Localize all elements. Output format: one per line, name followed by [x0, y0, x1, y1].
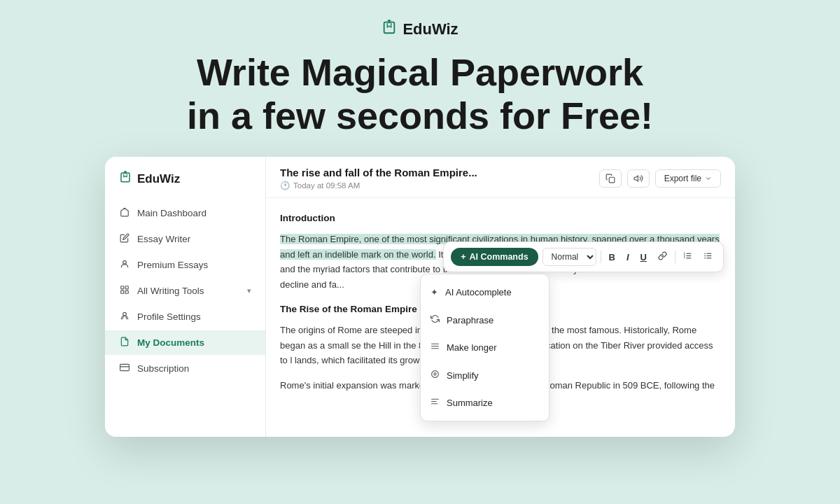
ai-make-longer-item[interactable]: Make longer: [421, 334, 549, 361]
sidebar-item-label: Profile Settings: [137, 312, 201, 322]
doc-actions: Export file: [599, 169, 721, 188]
svg-rect-1: [121, 286, 124, 289]
header-logo-text: EduWiz: [402, 20, 458, 38]
toolbar-divider-2: [675, 251, 676, 263]
doc-meta: 🕐 Today at 09:58 AM: [280, 181, 477, 190]
doc-title-area: The rise and fall of the Roman Empire...…: [280, 167, 477, 190]
header-book-icon: [382, 20, 397, 39]
svg-text:3: 3: [684, 256, 685, 259]
svg-rect-3: [121, 290, 124, 293]
chevron-down-icon: ▾: [247, 286, 251, 295]
svg-point-20: [704, 255, 706, 257]
sidebar-item-label: Subscription: [137, 363, 189, 374]
export-button[interactable]: Export file: [655, 169, 721, 188]
credit-card-icon: [119, 363, 130, 374]
doc-timestamp: Today at 09:58 AM: [293, 181, 360, 190]
sidebar-item-all-writing-tools[interactable]: All Writing Tools ▾: [105, 279, 265, 303]
unordered-list-button[interactable]: [700, 249, 716, 265]
hero-title: Write Magical Paperwork in a few seconds…: [187, 50, 653, 137]
top-section: EduWiz Write Magical Paperwork in a few …: [0, 0, 840, 157]
main-content: The rise and fall of the Roman Empire...…: [266, 157, 735, 437]
home-icon: [119, 207, 130, 219]
audio-button[interactable]: [627, 169, 650, 188]
doc-title: The rise and fall of the Roman Empire...: [280, 167, 477, 178]
sidebar-item-essay-writer[interactable]: Essay Writer: [105, 227, 265, 251]
autocomplete-icon: ✦: [430, 285, 438, 300]
sidebar-item-premium-essays[interactable]: Premium Essays: [105, 253, 265, 277]
paraphrase-icon: [430, 313, 440, 328]
sidebar-nav: Main Dashboard Essay Writer Premium Essa…: [105, 201, 265, 381]
user-icon: [119, 259, 130, 271]
text-style-select[interactable]: Normal: [542, 248, 596, 266]
doc-header: The rise and fall of the Roman Empire...…: [266, 157, 735, 198]
copy-button[interactable]: [599, 169, 622, 188]
svg-text:1: 1: [684, 252, 685, 255]
make-longer-icon: [430, 340, 440, 355]
svg-point-5: [123, 313, 127, 316]
svg-rect-6: [120, 365, 130, 371]
sidebar-item-label: Premium Essays: [137, 260, 208, 270]
clock-icon: 🕐: [280, 181, 290, 190]
ai-simplify-item[interactable]: Simplify: [421, 362, 549, 389]
plus-icon: +: [461, 252, 465, 262]
sidebar-item-profile-settings[interactable]: Profile Settings: [105, 304, 265, 329]
svg-rect-4: [125, 290, 128, 293]
ai-dropdown-menu: ✦ AI Autocomplete Paraphrase Make longer: [420, 274, 550, 421]
italic-button[interactable]: I: [623, 250, 633, 265]
link-button[interactable]: [654, 249, 671, 265]
svg-marker-9: [634, 176, 638, 181]
svg-text:2: 2: [684, 254, 685, 257]
ai-paraphrase-item[interactable]: Paraphrase: [421, 307, 549, 334]
document-icon: [119, 337, 130, 349]
simplify-icon: [430, 368, 440, 383]
tools-icon: [119, 285, 130, 297]
sidebar-item-my-documents[interactable]: My Documents: [105, 330, 265, 355]
header-logo: EduWiz: [382, 20, 458, 39]
toolbar-divider-1: [601, 251, 601, 263]
svg-point-21: [704, 258, 706, 259]
sidebar-item-main-dashboard[interactable]: Main Dashboard: [105, 201, 265, 225]
profile-icon: [119, 311, 130, 323]
svg-rect-2: [125, 286, 128, 289]
app-window: EduWiz Main Dashboard Essay Writer Premi…: [105, 157, 735, 437]
ai-commands-button[interactable]: + AI Commands: [451, 248, 538, 266]
svg-rect-8: [609, 177, 615, 183]
sidebar-logo-text: EduWiz: [137, 172, 180, 186]
svg-point-19: [704, 253, 706, 255]
ordered-list-button[interactable]: 123: [680, 249, 696, 265]
sidebar-item-label: Essay Writer: [137, 234, 190, 244]
svg-point-25: [432, 370, 439, 377]
svg-point-26: [434, 372, 436, 374]
ai-summarize-item[interactable]: Summarize: [421, 389, 549, 416]
sidebar-item-subscription[interactable]: Subscription: [105, 356, 265, 381]
sidebar-item-label: Main Dashboard: [137, 208, 206, 218]
sidebar-logo: EduWiz: [105, 171, 265, 201]
section-heading-introduction: Introduction: [280, 211, 721, 226]
svg-point-0: [123, 261, 127, 265]
sidebar-item-label: All Writing Tools: [137, 286, 204, 296]
sidebar-item-label: My Documents: [137, 337, 204, 348]
sidebar: EduWiz Main Dashboard Essay Writer Premi…: [105, 157, 266, 437]
sidebar-book-icon: [119, 171, 132, 187]
editor-area[interactable]: Introduction The Roman Empire, one of th…: [266, 198, 735, 437]
summarize-icon: [430, 396, 440, 410]
pencil-icon: [119, 233, 130, 245]
bold-button[interactable]: B: [606, 250, 619, 265]
ai-autocomplete-item[interactable]: ✦ AI Autocomplete: [421, 279, 549, 306]
toolbar-popup: + AI Commands Normal B I U 123: [443, 241, 724, 272]
underline-button[interactable]: U: [637, 250, 650, 265]
